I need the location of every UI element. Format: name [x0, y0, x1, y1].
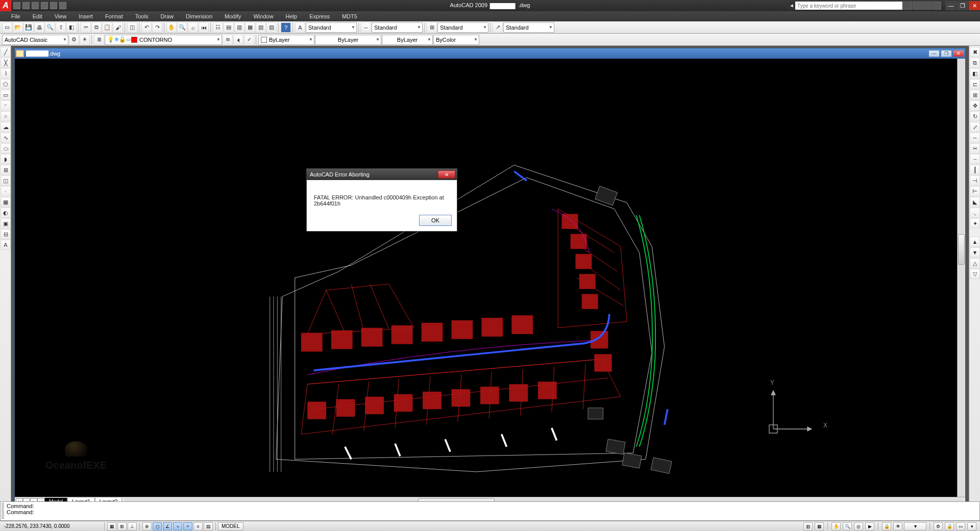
menu-window[interactable]: Window: [247, 11, 279, 21]
table-icon[interactable]: ⊟: [1, 229, 11, 239]
spline-icon[interactable]: ∿: [1, 133, 11, 143]
pan-icon[interactable]: ✋: [166, 22, 177, 33]
help-icon[interactable]: ?: [281, 22, 291, 33]
menu-tools[interactable]: Tools: [129, 11, 155, 21]
qat-new-icon[interactable]: [13, 2, 20, 9]
3ddwf-icon[interactable]: ◧: [66, 22, 77, 33]
command-window[interactable]: Command: Command:: [0, 501, 980, 521]
publish-icon[interactable]: ⇪: [56, 22, 66, 33]
otrack-toggle[interactable]: ∠: [163, 522, 172, 530]
ducs-toggle[interactable]: ⟐: [173, 522, 182, 530]
coordinates-readout[interactable]: -228.2576, 233.7430, 0.0000: [0, 523, 102, 529]
draworder-back-icon[interactable]: ▼: [970, 247, 980, 258]
menu-modify[interactable]: Modify: [218, 11, 247, 21]
help-search-field[interactable]: [795, 2, 902, 10]
annotation-visibility-icon[interactable]: 👁: [893, 522, 902, 530]
menu-draw[interactable]: Draw: [154, 11, 180, 21]
explode-icon[interactable]: ✦: [970, 218, 980, 229]
annotation-scale-combo[interactable]: ▾: [904, 522, 926, 530]
zoom-status-icon[interactable]: 🔍: [843, 522, 852, 530]
trim-icon[interactable]: ✂: [970, 143, 980, 154]
mirror-icon[interactable]: ◧: [970, 68, 980, 79]
grid-toggle[interactable]: ⊞: [117, 522, 127, 530]
save-icon[interactable]: 💾: [23, 22, 34, 33]
fillet-icon[interactable]: ◟: [970, 208, 980, 218]
array-icon[interactable]: ⊞: [970, 90, 980, 100]
menu-format[interactable]: Format: [99, 11, 129, 21]
draworder-front-icon[interactable]: ▲: [970, 237, 980, 247]
lwt-toggle[interactable]: ≡: [193, 522, 203, 530]
lineweight-combo[interactable]: ByLayer▼: [382, 35, 433, 45]
clean-screen-icon[interactable]: ▭: [956, 522, 965, 530]
infocenter-help-icon[interactable]: [932, 2, 941, 10]
redo-icon[interactable]: ↷: [152, 22, 162, 33]
move-icon[interactable]: ✥: [970, 100, 980, 111]
error-dialog-close-icon[interactable]: ✕: [438, 170, 455, 179]
color-combo[interactable]: ByLayer▼: [258, 35, 314, 45]
cut-icon[interactable]: ✂: [81, 22, 91, 33]
plot-preview-icon[interactable]: 🔍: [45, 22, 55, 33]
ellipse-icon[interactable]: ⬭: [1, 143, 11, 154]
markup-icon[interactable]: ▧: [256, 22, 266, 33]
menu-file[interactable]: File: [5, 11, 27, 21]
break-icon[interactable]: ⊣: [970, 175, 980, 186]
copy-obj-icon[interactable]: ⧉: [970, 58, 980, 68]
rotate-icon[interactable]: ↻: [970, 111, 980, 121]
construction-line-icon[interactable]: ╳: [1, 58, 11, 68]
paste-icon[interactable]: 📋: [102, 22, 112, 33]
annotation-scale-icon[interactable]: 🔒: [882, 522, 891, 530]
tool-palettes-icon[interactable]: ▥: [234, 22, 244, 33]
doc-restore-button[interactable]: ❐: [941, 50, 952, 57]
menu-dimension[interactable]: Dimension: [180, 11, 218, 21]
pan-status-icon[interactable]: ✋: [831, 522, 841, 530]
ortho-toggle[interactable]: ⊥: [128, 522, 137, 530]
zoom-previous-icon[interactable]: ⏮: [199, 22, 209, 33]
infocenter-search-icon[interactable]: [903, 2, 912, 10]
line-icon[interactable]: ╱: [1, 47, 11, 57]
match-prop-icon[interactable]: 🖌: [113, 22, 123, 33]
workspace-save-icon[interactable]: ☀: [80, 35, 90, 45]
circle-icon[interactable]: ○: [1, 111, 11, 121]
dyn-toggle[interactable]: +: [183, 522, 192, 530]
scale-icon[interactable]: ⤢: [970, 122, 980, 132]
cmdwin-grip-icon[interactable]: [2, 503, 4, 519]
revision-cloud-icon[interactable]: ☁: [1, 122, 11, 132]
offset-icon[interactable]: ⊏: [970, 79, 980, 89]
steering-wheel-icon[interactable]: ◎: [854, 522, 863, 530]
menu-view[interactable]: View: [48, 11, 73, 21]
osnap-toggle[interactable]: ◻: [153, 522, 162, 530]
workspace-combo[interactable]: AutoCAD Classic▼: [2, 35, 68, 45]
mleaderstyle-combo[interactable]: Standard▼: [503, 22, 554, 33]
extend-icon[interactable]: →: [970, 154, 980, 164]
chamfer-icon[interactable]: ◣: [970, 197, 980, 207]
tablestyle-combo[interactable]: Standard▼: [437, 22, 488, 33]
point-icon[interactable]: ·: [1, 186, 11, 196]
erase-icon[interactable]: ✖: [970, 47, 980, 57]
mtext-icon[interactable]: A: [1, 240, 11, 250]
menu-mdt5[interactable]: MDT5: [336, 11, 363, 21]
layer-match-icon[interactable]: ≋: [223, 35, 233, 45]
hatch-icon[interactable]: ▦: [1, 197, 11, 207]
insert-block-icon[interactable]: ⊞: [1, 165, 11, 175]
workspace-switch-icon[interactable]: ⚙: [934, 522, 943, 530]
arc-icon[interactable]: ◜: [1, 100, 11, 111]
textstyle-combo[interactable]: Standard▼: [306, 22, 357, 33]
layer-combo[interactable]: 💡❄🔓▭ CONTORNO▼: [105, 35, 222, 45]
quickcalc-icon[interactable]: ▨: [266, 22, 277, 33]
menu-help[interactable]: Help: [280, 11, 304, 21]
linetype-combo[interactable]: ByLayer▼: [315, 35, 381, 45]
qat-save-icon[interactable]: [32, 2, 39, 9]
model-space-toggle[interactable]: MODEL: [218, 522, 243, 530]
toolbar-lock-icon[interactable]: 🔒: [945, 522, 954, 530]
rectangle-icon[interactable]: ▭: [1, 90, 11, 100]
restore-button[interactable]: ❐: [957, 1, 968, 10]
copy-icon[interactable]: ⧉: [91, 22, 102, 33]
region-icon[interactable]: ▣: [1, 218, 11, 229]
snap-toggle[interactable]: ▦: [107, 522, 116, 530]
quickview-layouts-icon[interactable]: ▥: [803, 522, 813, 530]
stretch-icon[interactable]: ↔: [970, 133, 980, 143]
close-button[interactable]: ✕: [969, 1, 980, 10]
app-logo-icon[interactable]: A: [0, 0, 11, 11]
sheet-set-icon[interactable]: ▦: [245, 22, 255, 33]
help-search-input[interactable]: [795, 2, 902, 10]
